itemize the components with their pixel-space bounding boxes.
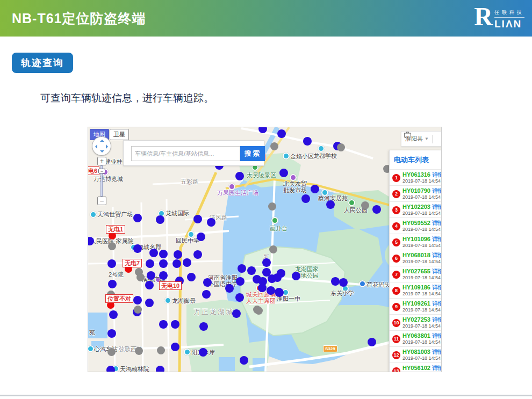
vehicle-marker-blue[interactable] — [203, 278, 212, 287]
vehicle-marker-blue[interactable] — [145, 299, 154, 307]
vehicle-marker-blue[interactable] — [174, 250, 182, 259]
toolbox-icon[interactable] — [404, 132, 411, 137]
vehicle-marker-blue[interactable] — [199, 348, 207, 357]
vehicle-list-item[interactable]: 13HY056102详情2019-07-18 14:54: — [390, 362, 441, 372]
detail-link[interactable]: 详情 — [432, 187, 442, 194]
vehicle-list-item[interactable]: 3HY102203详情2019-07-18 14:54: — [390, 201, 441, 217]
detail-link[interactable]: 详情 — [432, 204, 442, 210]
vehicle-marker-blue[interactable] — [159, 320, 168, 329]
zoom-in-button[interactable]: + — [97, 157, 106, 165]
vehicle-list-item[interactable]: 6HY068018详情2019-07-18 14:54: — [390, 250, 441, 266]
vehicle-marker-blue[interactable] — [301, 194, 310, 203]
vehicle-marker-blue[interactable] — [372, 205, 381, 214]
map-canvas[interactable]: 建业桂园万达博览城天鸿世贸广场龙城国际人民医院-家属院回民中学鸿城名郡2号院润德… — [88, 127, 442, 372]
vehicle-marker-blue[interactable] — [339, 278, 348, 287]
vehicle-list-item[interactable]: 11HY063801详情2019-07-18 14:54: — [390, 330, 441, 346]
vehicle-marker-gray[interactable] — [135, 347, 143, 355]
vehicle-list-item[interactable]: 12HY081003详情2019-07-18 14:54: — [390, 346, 441, 362]
vehicle-marker-blue[interactable] — [159, 271, 168, 280]
vehicle-marker-blue[interactable] — [368, 338, 376, 346]
detail-link[interactable]: 详情 — [432, 316, 442, 323]
vehicle-marker-blue[interactable] — [193, 250, 202, 259]
vehicle-marker-blue[interactable] — [238, 264, 246, 273]
vehicle-marker-gray[interactable] — [136, 273, 145, 281]
vehicle-list-item[interactable]: 1HY061316详情2019-07-18 14:54: — [390, 169, 441, 185]
vehicle-marker-blue[interactable] — [303, 137, 312, 146]
zoom-slider-handle[interactable]: – — [98, 169, 105, 173]
pan-right-icon[interactable] — [106, 144, 108, 149]
vehicle-marker-blue[interactable] — [279, 169, 288, 177]
detail-link[interactable]: 详情 — [432, 171, 442, 178]
vehicle-marker-gray[interactable] — [269, 245, 277, 253]
pan-up-icon[interactable] — [100, 140, 104, 142]
vehicle-marker-blue[interactable] — [311, 185, 319, 193]
vehicle-marker-gray[interactable] — [107, 348, 116, 356]
vehicle-marker-blue[interactable] — [107, 329, 116, 338]
vehicle-marker-blue[interactable] — [156, 366, 164, 372]
zoom-out-button[interactable]: – — [97, 197, 106, 205]
pan-control[interactable] — [92, 136, 111, 156]
vehicle-marker-gray[interactable] — [157, 346, 165, 354]
vehicle-marker-blue[interactable] — [149, 249, 158, 257]
vehicle-marker-blue[interactable] — [197, 233, 205, 241]
vehicle-marker-blue[interactable] — [147, 271, 155, 280]
vehicle-marker-blue[interactable] — [107, 259, 116, 268]
vehicle-marker-blue[interactable] — [108, 280, 117, 288]
vehicle-marker-blue[interactable] — [235, 293, 244, 302]
vehicle-marker-blue[interactable] — [199, 322, 208, 331]
vehicle-marker-blue[interactable] — [133, 214, 142, 222]
vehicle-marker-blue[interactable] — [171, 320, 179, 329]
vehicle-list-item[interactable]: 4HY059552详情2019-07-18 14:54: — [390, 217, 441, 234]
vehicle-marker-blue[interactable] — [275, 288, 283, 296]
vehicle-list-item[interactable]: 7HY027655详情2019-07-18 14:54: — [390, 266, 441, 282]
vehicle-marker-blue[interactable] — [292, 272, 300, 280]
vehicle-marker-blue[interactable] — [202, 290, 211, 299]
detail-link[interactable]: 详情 — [432, 300, 442, 307]
vehicle-marker-blue[interactable] — [109, 310, 118, 319]
pan-left-icon[interactable] — [95, 144, 97, 149]
detail-link[interactable]: 详情 — [432, 284, 442, 291]
vehicle-marker-blue[interactable] — [187, 273, 196, 281]
vehicle-marker-blue[interactable] — [262, 258, 271, 267]
vehicle-marker-gray[interactable] — [268, 202, 276, 211]
vehicle-marker-blue[interactable] — [106, 366, 115, 372]
vehicle-marker-blue[interactable] — [193, 215, 202, 223]
vehicle-marker-blue[interactable] — [326, 200, 335, 209]
vehicle-marker-blue[interactable] — [133, 244, 142, 253]
vehicle-list-item[interactable]: 8HY109186详情2019-07-18 14:54: — [390, 282, 441, 298]
vehicle-marker-blue[interactable] — [159, 250, 168, 258]
vehicle-list-item[interactable]: 9HY109261详情2019-07-18 14:54: — [390, 298, 441, 314]
vehicle-marker-blue[interactable] — [240, 356, 248, 365]
vehicle-marker-gray[interactable] — [108, 242, 116, 250]
vehicle-marker-blue[interactable] — [273, 273, 282, 282]
chevron-down-icon[interactable]: ▼ — [425, 136, 429, 141]
vehicle-marker-gray[interactable] — [270, 142, 278, 150]
vehicle-marker-gray[interactable] — [134, 306, 142, 314]
vehicle-marker-blue[interactable] — [133, 296, 142, 304]
vehicle-marker-gray[interactable] — [361, 201, 369, 209]
detail-link[interactable]: 详情 — [432, 349, 442, 355]
detail-link[interactable]: 详情 — [432, 220, 442, 226]
detail-link[interactable]: 详情 — [432, 365, 442, 371]
vehicle-marker-blue[interactable] — [236, 277, 245, 286]
vehicle-marker-blue[interactable] — [146, 259, 154, 268]
vehicle-marker-blue[interactable] — [171, 343, 179, 351]
vehicle-marker-blue[interactable] — [232, 309, 241, 318]
vehicle-marker-blue[interactable] — [258, 284, 267, 292]
vehicle-marker-blue[interactable] — [172, 259, 181, 268]
vehicle-marker-blue[interactable] — [159, 259, 168, 268]
vehicle-marker-blue[interactable] — [225, 284, 234, 293]
vehicle-marker-blue[interactable] — [331, 277, 340, 286]
vehicle-list-item[interactable]: 2HY010790详情2019-07-18 14:54: — [390, 185, 441, 201]
detail-link[interactable]: 详情 — [432, 236, 442, 242]
vehicle-marker-gray[interactable] — [337, 143, 345, 151]
vehicle-list-item[interactable]: 5HY101096详情2019-07-18 14:54: — [390, 234, 441, 250]
vehicle-marker-blue[interactable] — [183, 258, 191, 267]
vehicle-marker-blue[interactable] — [156, 215, 164, 224]
vehicle-marker-blue[interactable] — [277, 129, 286, 138]
vehicle-marker-blue[interactable] — [247, 266, 256, 275]
vehicle-marker-blue[interactable] — [207, 218, 215, 227]
search-input[interactable] — [131, 146, 240, 161]
search-button[interactable]: 搜索 — [240, 146, 265, 161]
vehicle-marker-gray[interactable] — [255, 307, 263, 315]
